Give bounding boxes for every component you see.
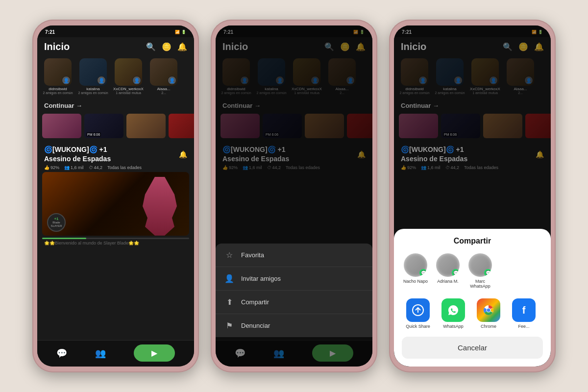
share-contact-name-1: Nacho Napo: [403, 279, 428, 284]
status-time-1: 7:21: [45, 29, 55, 35]
friend-avatar-2: 👤: [79, 58, 107, 86]
status-icons-1: 📶 🔋: [175, 30, 186, 34]
battery-icon-1: 🔋: [181, 30, 186, 34]
friend-item-2[interactable]: 👤 katalina 2 amigos en común: [77, 58, 109, 95]
friend-item-4[interactable]: 👤 Alaaa... 2...: [148, 58, 179, 95]
friend-avatar-3: 👤: [115, 58, 142, 86]
share-app-chrome[interactable]: Chrome: [474, 298, 503, 329]
game-title-row-1: 🌀[WUKONG]🌀 +1Asesino de Espadas 🔔: [44, 145, 187, 163]
blade-text-1: BladeSLAYER: [50, 221, 62, 228]
menu-item-compartir[interactable]: ⬆ Compartir: [216, 291, 372, 314]
menu-item-denunciar[interactable]: ⚑ Denunciar: [216, 314, 372, 337]
quick-share-label: Quick Share: [406, 324, 430, 329]
share-app-quickshare[interactable]: Quick Share: [404, 298, 432, 329]
thumb-4[interactable]: FFIT: [169, 114, 194, 138]
add-badge-1: 👤: [62, 76, 71, 85]
share-contacts-row: 💬 Nacho Napo 💬 Adriana M. 💬: [402, 253, 543, 291]
chrome-label: Chrome: [481, 324, 496, 329]
chrome-icon: [477, 298, 500, 322]
app-header-1: Inicio 🔍 🪙 🔔: [37, 37, 194, 55]
svg-point-3: [487, 309, 490, 312]
share-contact-avatar-1: 💬: [404, 253, 427, 277]
friend-name-3: XxCDN_werkoxX: [113, 87, 144, 91]
thumb-time-2: PM 6:06: [86, 132, 101, 137]
app-title-1: Inicio: [44, 41, 70, 52]
star-icon: ☆: [224, 250, 234, 260]
bottom-nav-1: 💬 👥 ▶: [37, 340, 194, 367]
friend-item-1[interactable]: 👤 didnsibwid 2 amigos en común: [42, 58, 74, 95]
menu-item-favorita[interactable]: ☆ Favorita: [216, 244, 372, 267]
friend-mutual-3: 1 amistad mutua: [116, 91, 141, 95]
friend-avatar-4: 👤: [150, 58, 177, 86]
share-app-facebook[interactable]: f Fee...: [510, 298, 538, 329]
share-contact-1[interactable]: 💬 Nacho Napo: [402, 253, 429, 289]
chat-nav-icon-1[interactable]: 💬: [56, 348, 67, 359]
thumbnails-row-1: PM 6:06 FFIT: [37, 112, 194, 141]
bell-header-icon-1[interactable]: 🔔: [177, 42, 187, 51]
phone-3: 7:21 📶 🔋 Inicio 🔍 🪙 🔔 👤 didns: [389, 20, 556, 372]
menu-item-invitar[interactable]: 👤 Invitar amigos: [216, 267, 372, 291]
friend-avatar-1: 👤: [44, 58, 72, 86]
friend-mutual-2: 2 amigos en común: [78, 91, 108, 95]
add-badge-3: 👤: [132, 76, 141, 85]
whatsapp-icon: [441, 298, 465, 322]
thumb-bg-1: [42, 114, 81, 138]
search-icon-1[interactable]: 🔍: [146, 42, 156, 51]
menu-label-favorita: Favorita: [241, 251, 264, 259]
share-icon: ⬆: [224, 297, 234, 307]
wa-indicator-1: 💬: [419, 269, 427, 277]
phone-1: 7:21 📶 🔋 Inicio 🔍 🪙 🔔 👤 didns: [32, 20, 199, 372]
blade-badge-1: +1 BladeSLAYER: [47, 213, 66, 232]
share-app-whatsapp[interactable]: WhatsApp: [439, 298, 467, 329]
header-icons-1: 🔍 🪙 🔔: [146, 42, 187, 51]
share-sheet: Compartir 💬 Nacho Napo 💬 Adriana M.: [394, 229, 551, 367]
stat-time-1: ⏱44,2: [89, 165, 103, 170]
share-contact-avatar-2: 💬: [436, 253, 460, 277]
menu-label-compartir: Compartir: [241, 298, 269, 306]
stat-age-1: Todas las edades: [107, 165, 142, 170]
cancel-button[interactable]: Cancelar: [402, 337, 543, 359]
thumb-1[interactable]: [42, 114, 81, 138]
share-contact-name-3: Marc WhatsApp: [466, 279, 494, 289]
facebook-icon: f: [512, 298, 536, 322]
friends-row-1: 👤 didnsibwid 2 amigos en común 👤 katalin…: [37, 55, 194, 98]
stat-players-1: 👥1,6 mil: [64, 165, 84, 170]
friends-nav-icon-1[interactable]: 👥: [95, 348, 106, 359]
bell-game-icon-1[interactable]: 🔔: [179, 150, 187, 158]
wa-indicator-3: 💬: [484, 269, 492, 277]
thumb-bg-4: [169, 114, 194, 138]
coin-icon-1: 🪙: [162, 42, 172, 51]
add-badge-4: 👤: [168, 76, 176, 85]
thumb-bg-3: [126, 114, 166, 138]
share-title: Compartir: [402, 237, 543, 245]
network-icon-1: 📶: [175, 30, 180, 34]
thumb-2[interactable]: PM 6:06: [84, 114, 123, 138]
add-badge-2: 👤: [97, 76, 106, 85]
game-title-1: 🌀[WUKONG]🌀 +1Asesino de Espadas: [44, 145, 111, 163]
menu-label-invitar: Invitar amigos: [241, 275, 281, 282]
friend-item-3[interactable]: 👤 XxCDN_werkoxX 1 amistad mutua: [113, 58, 144, 95]
wa-indicator-2: 💬: [452, 269, 460, 277]
share-contact-avatar-3: 💬: [468, 253, 492, 277]
friend-mutual-1: 2 amigos en común: [43, 91, 73, 95]
share-contact-3[interactable]: 💬 Marc WhatsApp: [466, 253, 494, 289]
context-menu-2: ☆ Favorita 👤 Invitar amigos ⬆ Compartir …: [216, 244, 372, 337]
welcome-text-1: 🌟🌟Bienvenido al mundo de Slayer Blade🌟🌟: [37, 239, 194, 247]
game-image-1[interactable]: +1 BladeSLAYER: [42, 172, 189, 236]
menu-label-denunciar: Denunciar: [241, 322, 270, 329]
status-bar-1: 7:21 📶 🔋: [37, 25, 194, 37]
whatsapp-label: WhatsApp: [443, 324, 464, 329]
play-button-1[interactable]: ▶: [134, 344, 175, 362]
share-contact-name-2: Adriana M.: [437, 279, 459, 284]
notch-1: [96, 29, 135, 34]
continue-label-1[interactable]: Continuar →: [44, 102, 82, 109]
share-apps-row: Quick Share WhatsApp: [402, 298, 543, 329]
share-contact-2[interactable]: 💬 Adriana M.: [434, 253, 462, 289]
thumb-3[interactable]: [126, 114, 166, 138]
phone-screen-3: 7:21 📶 🔋 Inicio 🔍 🪙 🔔 👤 didns: [394, 25, 551, 367]
stat-rating-1: 👍92%: [44, 165, 59, 170]
facebook-label: Fee...: [518, 324, 529, 329]
friend-name-1: didnsibwid: [49, 87, 67, 91]
quick-share-icon: [406, 298, 430, 322]
invite-icon: 👤: [224, 274, 234, 283]
